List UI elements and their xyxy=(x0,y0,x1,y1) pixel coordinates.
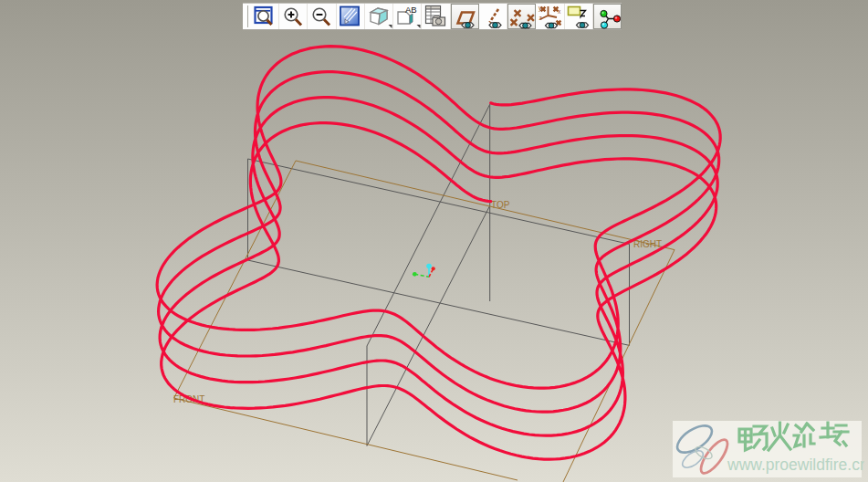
svg-text:www.proewildfire.cn: www.proewildfire.cn xyxy=(727,456,864,474)
svg-text:x: x xyxy=(558,8,561,15)
svg-text:z: z xyxy=(539,15,541,21)
svg-text:TOP: TOP xyxy=(491,200,510,210)
svg-text:AB: AB xyxy=(405,5,417,15)
svg-text:RIGHT: RIGHT xyxy=(633,239,662,249)
